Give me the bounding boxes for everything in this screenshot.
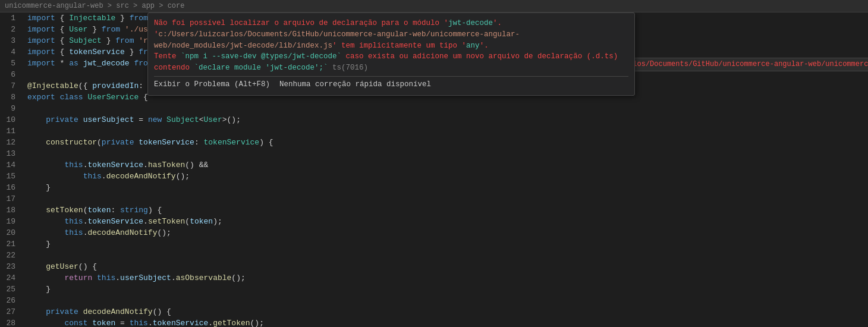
code-line-26 [27, 295, 868, 306]
code-line-22 [27, 250, 868, 261]
line-numbers: 12345 678910 1112131415 1617181920 21222… [0, 12, 23, 327]
code-line-20: this.decodeAndNotify(); [27, 227, 868, 238]
code-line-11 [27, 125, 868, 137]
code-line-12: constructor(private tokenService: tokenS… [27, 137, 868, 148]
code-content[interactable]: Não foi possível localizar o arquivo de … [23, 12, 868, 327]
code-line-13 [27, 148, 868, 159]
code-line-24: return this.userSubject.asObservable(); [27, 272, 868, 284]
code-line-21: } [27, 238, 868, 250]
code-line-18: setToken(token: string) { [27, 205, 868, 216]
code-line-14: this.tokenService.hasToken() && [27, 159, 868, 171]
code-line-17 [27, 193, 868, 205]
quick-fix-bar: Exibir o Problema (Alt+F8) Nenhuma corre… [154, 76, 628, 90]
code-line-19: this.tokenService.setToken(token); [27, 216, 868, 227]
code-line-28: const token = this.tokenService.getToken… [27, 317, 868, 327]
code-line-25: } [27, 284, 868, 295]
code-line-27: private decodeAndNotify() { [27, 306, 868, 317]
tooltip-line3: Tente `npm i --save-dev @types/jwt-decod… [154, 51, 628, 74]
code-line-10: private userSubject = new Subject<User>(… [27, 114, 868, 125]
tooltip-line2: web/node_modules/jwt-decode/lib/index.js… [154, 40, 628, 52]
code-area: 12345 678910 1112131415 1617181920 21222… [0, 12, 868, 327]
show-problem-button[interactable]: Exibir o Problema (Alt+F8) [154, 79, 270, 90]
code-line-16: } [27, 182, 868, 193]
code-line-15: this.decodeAndNotify(); [27, 171, 868, 182]
breadcrumb: unicommerce-angular-web > src > app > co… [0, 0, 868, 12]
no-quick-fix-label: Nenhuma correção rápida disponível [279, 79, 431, 90]
code-line-23: getUser() { [27, 261, 868, 272]
code-line-9 [27, 103, 868, 114]
error-tooltip: Não foi possível localizar o arquivo de … [147, 12, 635, 96]
editor-container: unicommerce-angular-web > src > app > co… [0, 0, 868, 327]
tooltip-line1: Não foi possível localizar o arquivo de … [154, 18, 628, 40]
